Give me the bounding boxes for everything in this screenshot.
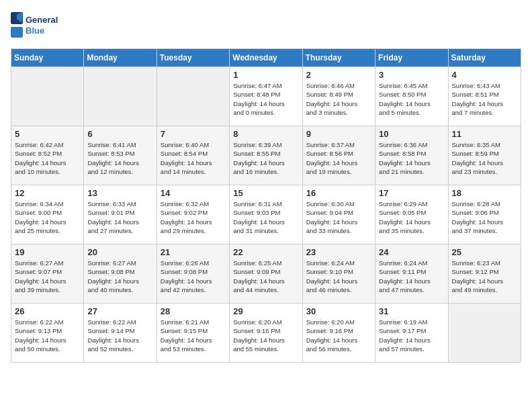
calendar-cell: 17Sunrise: 6:29 AM Sunset: 9:05 PM Dayli… [375,185,448,244]
calendar-cell: 9Sunrise: 6:37 AM Sunset: 8:56 PM Daylig… [302,126,375,185]
day-info: Sunrise: 6:24 AM Sunset: 9:10 PM Dayligh… [306,259,371,294]
day-info: Sunrise: 6:28 AM Sunset: 9:06 PM Dayligh… [452,199,517,235]
week-row-2: 5Sunrise: 6:42 AM Sunset: 8:52 PM Daylig… [11,126,521,185]
day-info: Sunrise: 6:21 AM Sunset: 9:15 PM Dayligh… [161,318,226,353]
calendar-cell: 20Sunrise: 6:27 AM Sunset: 9:08 PM Dayli… [84,244,157,304]
svg-rect-4 [11,27,23,38]
day-number: 31 [379,306,444,316]
day-number: 12 [15,188,80,198]
calendar-cell: 29Sunrise: 6:20 AM Sunset: 9:16 PM Dayli… [230,304,302,363]
day-info: Sunrise: 6:41 AM Sunset: 8:53 PM Dayligh… [87,140,152,176]
calendar-cell: 30Sunrise: 6:20 AM Sunset: 9:16 PM Dayli… [302,304,375,363]
calendar-cell [157,67,229,126]
week-row-1: 1Sunrise: 6:47 AM Sunset: 8:48 PM Daylig… [11,67,521,126]
day-number: 28 [161,306,226,316]
day-number: 6 [87,129,152,139]
day-number: 13 [87,188,152,198]
calendar-cell: 5Sunrise: 6:42 AM Sunset: 8:52 PM Daylig… [11,126,84,185]
day-info: Sunrise: 6:34 AM Sunset: 9:00 PM Dayligh… [15,199,80,235]
calendar-cell: 4Sunrise: 6:43 AM Sunset: 8:51 PM Daylig… [448,67,521,126]
calendar-cell: 21Sunrise: 6:26 AM Sunset: 9:08 PM Dayli… [157,244,229,304]
day-info: Sunrise: 6:43 AM Sunset: 8:51 PM Dayligh… [452,81,517,117]
calendar-cell: 7Sunrise: 6:40 AM Sunset: 8:54 PM Daylig… [157,126,229,185]
day-number: 11 [452,129,517,139]
calendar-cell [448,304,521,363]
calendar-cell [11,67,84,126]
week-row-5: 26Sunrise: 6:22 AM Sunset: 9:13 PM Dayli… [11,304,521,363]
calendar-cell: 12Sunrise: 6:34 AM Sunset: 9:00 PM Dayli… [11,185,84,244]
day-info: Sunrise: 6:33 AM Sunset: 9:01 PM Dayligh… [87,199,152,235]
column-header-monday: Monday [84,49,157,67]
column-header-sunday: Sunday [11,49,84,67]
day-info: Sunrise: 6:26 AM Sunset: 9:08 PM Dayligh… [161,259,226,294]
day-number: 7 [161,129,226,139]
day-number: 5 [15,129,80,139]
day-number: 15 [233,188,298,198]
logo: General Blue [11,11,64,40]
day-info: Sunrise: 6:24 AM Sunset: 9:11 PM Dayligh… [379,259,444,294]
day-info: Sunrise: 6:35 AM Sunset: 8:59 PM Dayligh… [452,140,517,176]
calendar-cell: 6Sunrise: 6:41 AM Sunset: 8:53 PM Daylig… [84,126,157,185]
day-number: 10 [379,129,444,139]
day-info: Sunrise: 6:46 AM Sunset: 8:49 PM Dayligh… [306,81,371,117]
day-info: Sunrise: 6:36 AM Sunset: 8:58 PM Dayligh… [379,140,444,176]
day-info: Sunrise: 6:20 AM Sunset: 9:16 PM Dayligh… [306,318,371,353]
day-number: 24 [379,247,444,257]
calendar-cell: 16Sunrise: 6:30 AM Sunset: 9:04 PM Dayli… [302,185,375,244]
day-info: Sunrise: 6:22 AM Sunset: 9:13 PM Dayligh… [15,318,80,353]
day-info: Sunrise: 6:42 AM Sunset: 8:52 PM Dayligh… [15,140,80,176]
day-number: 14 [161,188,226,198]
calendar-cell: 11Sunrise: 6:35 AM Sunset: 8:59 PM Dayli… [448,126,521,185]
week-row-3: 12Sunrise: 6:34 AM Sunset: 9:00 PM Dayli… [11,185,521,244]
calendar-cell: 1Sunrise: 6:47 AM Sunset: 8:48 PM Daylig… [230,67,302,126]
column-header-tuesday: Tuesday [157,49,229,67]
calendar-cell: 31Sunrise: 6:19 AM Sunset: 9:17 PM Dayli… [375,304,448,363]
calendar-table: SundayMondayTuesdayWednesdayThursdayFrid… [11,48,521,363]
day-info: Sunrise: 6:45 AM Sunset: 8:50 PM Dayligh… [379,81,444,117]
calendar-cell: 2Sunrise: 6:46 AM Sunset: 8:49 PM Daylig… [302,67,375,126]
day-info: Sunrise: 6:20 AM Sunset: 9:16 PM Dayligh… [233,318,298,353]
day-info: Sunrise: 6:19 AM Sunset: 9:17 PM Dayligh… [379,318,444,353]
day-number: 8 [233,129,298,139]
day-number: 29 [233,306,298,316]
day-info: Sunrise: 6:39 AM Sunset: 8:55 PM Dayligh… [233,140,298,176]
day-info: Sunrise: 6:37 AM Sunset: 8:56 PM Dayligh… [306,140,371,176]
column-header-thursday: Thursday [302,49,375,67]
day-info: Sunrise: 6:27 AM Sunset: 9:07 PM Dayligh… [15,259,80,294]
day-number: 3 [379,70,444,80]
week-row-4: 19Sunrise: 6:27 AM Sunset: 9:07 PM Dayli… [11,244,521,304]
calendar-cell [84,67,157,126]
day-info: Sunrise: 6:29 AM Sunset: 9:05 PM Dayligh… [379,199,444,235]
calendar-cell: 28Sunrise: 6:21 AM Sunset: 9:15 PM Dayli… [157,304,229,363]
calendar-body: 1Sunrise: 6:47 AM Sunset: 8:48 PM Daylig… [11,67,521,363]
day-number: 9 [306,129,371,139]
calendar-cell: 26Sunrise: 6:22 AM Sunset: 9:13 PM Dayli… [11,304,84,363]
day-number: 22 [233,247,298,257]
page-header: General Blue [11,11,521,40]
svg-text:General: General [26,15,58,25]
day-number: 20 [87,247,152,257]
day-info: Sunrise: 6:22 AM Sunset: 9:14 PM Dayligh… [87,318,152,353]
svg-text:Blue: Blue [26,26,44,36]
day-number: 26 [15,306,80,316]
day-number: 21 [161,247,226,257]
day-info: Sunrise: 6:25 AM Sunset: 9:09 PM Dayligh… [233,259,298,294]
calendar-cell: 10Sunrise: 6:36 AM Sunset: 8:58 PM Dayli… [375,126,448,185]
day-number: 25 [452,247,517,257]
day-info: Sunrise: 6:30 AM Sunset: 9:04 PM Dayligh… [306,199,371,235]
day-number: 4 [452,70,517,80]
day-info: Sunrise: 6:47 AM Sunset: 8:48 PM Dayligh… [233,81,298,117]
calendar-cell: 19Sunrise: 6:27 AM Sunset: 9:07 PM Dayli… [11,244,84,304]
calendar-cell: 18Sunrise: 6:28 AM Sunset: 9:06 PM Dayli… [448,185,521,244]
day-info: Sunrise: 6:23 AM Sunset: 9:12 PM Dayligh… [452,259,517,294]
column-header-wednesday: Wednesday [230,49,302,67]
calendar-cell: 3Sunrise: 6:45 AM Sunset: 8:50 PM Daylig… [375,67,448,126]
calendar-cell: 13Sunrise: 6:33 AM Sunset: 9:01 PM Dayli… [84,185,157,244]
day-number: 2 [306,70,371,80]
day-number: 18 [452,188,517,198]
calendar-cell: 14Sunrise: 6:32 AM Sunset: 9:02 PM Dayli… [157,185,229,244]
calendar-cell: 15Sunrise: 6:31 AM Sunset: 9:03 PM Dayli… [230,185,302,244]
day-info: Sunrise: 6:32 AM Sunset: 9:02 PM Dayligh… [161,199,226,235]
day-number: 23 [306,247,371,257]
calendar-cell: 8Sunrise: 6:39 AM Sunset: 8:55 PM Daylig… [230,126,302,185]
